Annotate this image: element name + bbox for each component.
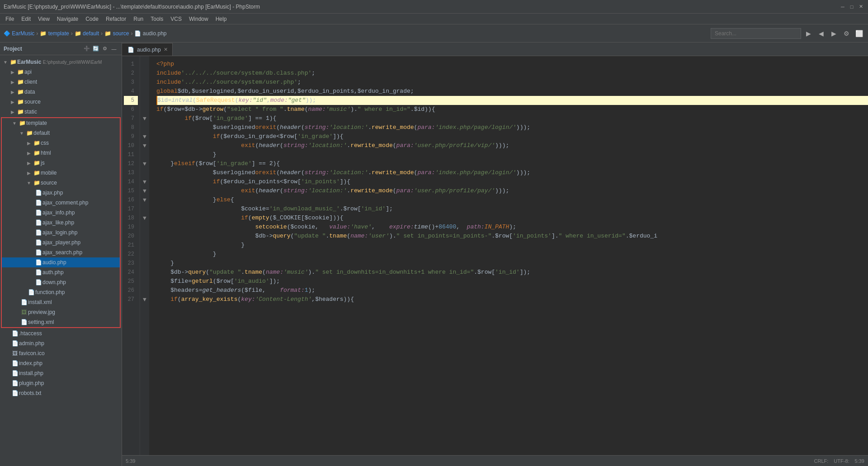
- tree-item-html[interactable]: ▶ 📁 html: [2, 148, 120, 158]
- menu-refactor[interactable]: Refactor: [102, 15, 130, 23]
- gutter-18[interactable]: ▼: [140, 214, 149, 223]
- window-controls[interactable]: ─ □ ✕: [839, 3, 864, 10]
- gutter-10[interactable]: ▼: [140, 141, 149, 150]
- code-line-26: $headers = get_headers($file, format: 1)…: [156, 286, 868, 295]
- breadcrumb-source[interactable]: 📁 source: [104, 30, 129, 37]
- gutter-15[interactable]: ▼: [140, 186, 149, 195]
- tab-audio-php[interactable]: 📄 audio.php ✕: [122, 43, 173, 56]
- gutter-14[interactable]: ▼: [140, 177, 149, 186]
- tree-arrow-mobile[interactable]: ▶: [25, 171, 33, 176]
- tree-item-static[interactable]: ▶ 📁 static: [0, 107, 122, 117]
- code-line-9: if($erduo_in_grade < $row['in_grade']){: [156, 132, 868, 141]
- menu-file[interactable]: File: [2, 15, 18, 23]
- tree-arrow-template[interactable]: ▼: [11, 121, 18, 126]
- tree-item-index-php[interactable]: 📄 index.php: [0, 358, 122, 368]
- tree-item-down-php[interactable]: 📄 down.php: [2, 277, 120, 287]
- tree-item-ajax-search[interactable]: 📄 ajax_search.php: [2, 247, 120, 257]
- tab-close-button[interactable]: ✕: [164, 47, 168, 52]
- maximize-button[interactable]: □: [848, 3, 855, 10]
- tree-item-favicon[interactable]: 🖼 favicon.ico: [0, 348, 122, 358]
- tree-item-admin-php[interactable]: 📄 admin.php: [0, 338, 122, 348]
- menu-window[interactable]: Window: [185, 15, 212, 23]
- tree-label-favicon: favicon.ico: [19, 350, 45, 357]
- tree-item-robots-txt[interactable]: 📄 robots.txt: [0, 388, 122, 398]
- tree-item-ajax-login[interactable]: 📄 ajax_login.php: [2, 228, 120, 238]
- tree-item-earmusic[interactable]: ▼ 📁 EarMusic E:\phpstudy_pro\WWW\EarM: [0, 57, 122, 67]
- sidebar-tree: ▼ 📁 EarMusic E:\phpstudy_pro\WWW\EarM ▶ …: [0, 55, 122, 466]
- menu-help[interactable]: Help: [212, 15, 231, 23]
- tree-item-ajax-comment[interactable]: 📄 ajax_comment.php: [2, 198, 120, 208]
- menu-run[interactable]: Run: [130, 15, 147, 23]
- tree-item-js[interactable]: ▶ 📁 js: [2, 158, 120, 168]
- gutter-7[interactable]: ▼: [140, 114, 149, 123]
- menu-navigate[interactable]: Navigate: [53, 15, 82, 23]
- sidebar-sync-button[interactable]: 🔄: [92, 45, 100, 53]
- minimize-button[interactable]: ─: [839, 3, 846, 10]
- sidebar-add-button[interactable]: ➕: [83, 45, 91, 53]
- tree-item-ajax-info[interactable]: 📄 ajax_info.php: [2, 208, 120, 218]
- menu-edit[interactable]: Edit: [18, 15, 34, 23]
- code-content[interactable]: <?php include '../../../source/system/db…: [149, 56, 868, 455]
- code-editor[interactable]: 1234 5 678910 1112131415 1617181920 2122…: [122, 56, 868, 455]
- tree-item-css[interactable]: ▶ 📁 css: [2, 138, 120, 148]
- tree-item-audio-php[interactable]: 📄 audio.php: [2, 257, 120, 267]
- tree-item-source-inner[interactable]: ▼ 📁 source: [2, 178, 120, 188]
- tree-arrow-source-inner[interactable]: ▼: [25, 181, 33, 185]
- tree-item-source[interactable]: ▶ 📁 source: [0, 97, 122, 107]
- status-line-ending: CRLF:: [814, 458, 829, 464]
- tree-arrow-default[interactable]: ▼: [18, 131, 25, 136]
- tree-arrow-static[interactable]: ▶: [9, 109, 16, 114]
- sidebar-gear-button[interactable]: ⚙: [101, 45, 109, 53]
- php-icon-ajax-search: 📄: [34, 249, 42, 256]
- tree-item-mobile[interactable]: ▶ 📁 mobile: [2, 168, 120, 178]
- tree-item-data[interactable]: ▶ 📁 data: [0, 87, 122, 97]
- menu-view[interactable]: View: [34, 15, 53, 23]
- file-icon-htaccess: 📄: [11, 330, 19, 337]
- run-button[interactable]: ▶: [803, 28, 814, 39]
- search-input[interactable]: [711, 28, 801, 39]
- tree-item-default[interactable]: ▼ 📁 default: [2, 128, 120, 138]
- tree-item-function-php[interactable]: 📄 function.php: [2, 287, 120, 297]
- menu-tools[interactable]: Tools: [147, 15, 167, 23]
- sidebar-collapse-button[interactable]: —: [110, 45, 118, 53]
- breadcrumb-template[interactable]: 📁 template: [40, 30, 69, 37]
- back-button[interactable]: ◀: [816, 28, 826, 39]
- gutter-12[interactable]: ▼: [140, 159, 149, 168]
- tree-item-install-xml[interactable]: 📄 install.xml: [2, 297, 120, 307]
- breadcrumb-default[interactable]: 📁 default: [75, 30, 99, 37]
- gutter-27[interactable]: ▼: [140, 295, 149, 304]
- settings-button[interactable]: ⚙: [841, 28, 852, 39]
- tree-arrow-earmusic[interactable]: ▼: [2, 60, 9, 65]
- gutter-16[interactable]: ▼: [140, 195, 149, 204]
- gutter-9[interactable]: ▼: [140, 132, 149, 141]
- folder-icon-static: 📁: [16, 109, 24, 115]
- tree-label-preview-jpg: preview.jpg: [28, 309, 55, 315]
- tree-arrow-api[interactable]: ▶: [9, 70, 16, 75]
- tree-label-api: api: [24, 69, 32, 75]
- menu-vcs[interactable]: VCS: [167, 15, 185, 23]
- layout-button[interactable]: ⬜: [854, 28, 864, 39]
- tree-item-ajax-like[interactable]: 📄 ajax_like.php: [2, 218, 120, 228]
- tree-arrow-html[interactable]: ▶: [25, 151, 33, 156]
- tree-arrow-data[interactable]: ▶: [9, 90, 16, 95]
- tree-item-htaccess[interactable]: 📄 .htaccess: [0, 328, 122, 338]
- tree-item-plugin-php[interactable]: 📄 plugin.php: [0, 378, 122, 388]
- tree-item-setting-xml[interactable]: 📄 setting.xml: [2, 317, 120, 327]
- breadcrumb-earmusic[interactable]: 🔷 EarMusic: [4, 30, 34, 37]
- tree-item-install-php[interactable]: 📄 install.php: [0, 368, 122, 378]
- forward-button[interactable]: ▶: [828, 28, 839, 39]
- menu-code[interactable]: Code: [82, 15, 102, 23]
- tree-item-client[interactable]: ▶ 📁 client: [0, 77, 122, 87]
- tree-arrow-source[interactable]: ▶: [9, 100, 16, 105]
- tree-item-api[interactable]: ▶ 📁 api: [0, 67, 122, 77]
- tree-item-ajax-php[interactable]: 📄 ajax.php: [2, 188, 120, 198]
- tree-arrow-css[interactable]: ▶: [25, 141, 33, 146]
- tree-arrow-js[interactable]: ▶: [25, 161, 33, 166]
- tree-arrow-client[interactable]: ▶: [9, 80, 16, 85]
- tree-item-auth-php[interactable]: 📄 auth.php: [2, 267, 120, 277]
- tree-item-ajax-player[interactable]: 📄 ajax_player.php: [2, 238, 120, 247]
- close-button[interactable]: ✕: [857, 3, 864, 10]
- tree-item-template[interactable]: ▼ 📁 template: [2, 118, 120, 128]
- tree-label-css: css: [41, 140, 49, 146]
- tree-item-preview-jpg[interactable]: 🖼 preview.jpg: [2, 307, 120, 317]
